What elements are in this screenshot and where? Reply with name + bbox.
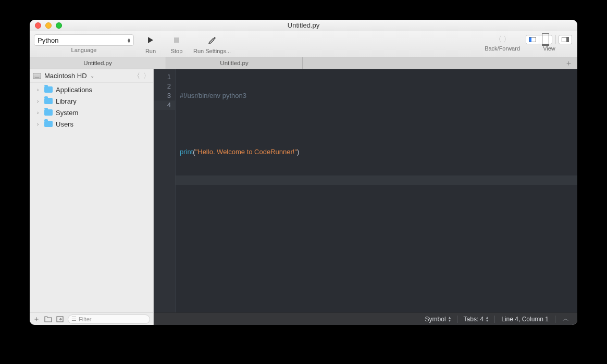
line-number: 1 bbox=[154, 72, 171, 82]
run-label: Run bbox=[145, 48, 156, 54]
code-area[interactable]: #!/usr/bin/env python3 print("Hello. Wel… bbox=[176, 69, 577, 312]
sidebar-nav: 〈 〉 bbox=[133, 71, 150, 81]
position-label: Line 4, Column 1 bbox=[501, 316, 549, 323]
close-icon[interactable] bbox=[35, 22, 41, 29]
language-label: Language bbox=[71, 47, 97, 53]
tab-untitled-active[interactable]: Untitled.py bbox=[30, 57, 166, 69]
cursor-position[interactable]: Line 4, Column 1 bbox=[495, 313, 555, 325]
tab-untitled-inactive[interactable]: Untitled.py bbox=[166, 57, 303, 69]
code-line: #!/usr/bin/env python3 bbox=[180, 92, 246, 99]
symbol-menu[interactable]: Symbol ▴▾ bbox=[419, 313, 457, 325]
caret-right-icon: › bbox=[37, 87, 42, 93]
expand-console-button[interactable]: ︿ bbox=[555, 313, 572, 325]
caret-right-icon: › bbox=[37, 121, 42, 127]
view-segmented bbox=[526, 35, 552, 44]
chevron-down-icon: ⌄ bbox=[90, 73, 94, 79]
toolbar: Python ▴▾ Language Run Stop Run Settings… bbox=[30, 31, 577, 57]
back-forward-label: Back/Forward bbox=[485, 45, 520, 52]
view-left-panel-button[interactable] bbox=[526, 35, 539, 44]
code-token-string: "Hello. Welcome to CodeRunner!" bbox=[195, 148, 297, 156]
language-select[interactable]: Python ▴▾ bbox=[34, 34, 134, 46]
tabs-label: Tabs: 4 bbox=[464, 316, 484, 323]
tree-item-library[interactable]: › Library bbox=[30, 95, 153, 107]
sidebar-back-button[interactable]: 〈 bbox=[133, 71, 140, 81]
tree-item-label: Library bbox=[56, 97, 77, 105]
line-number: 4 bbox=[154, 101, 175, 110]
symbol-label: Symbol bbox=[425, 316, 446, 323]
code-token-func: print bbox=[180, 148, 193, 156]
view-label: View bbox=[543, 45, 555, 52]
new-folder-button[interactable] bbox=[44, 316, 52, 322]
traffic-lights bbox=[35, 22, 62, 29]
line-number: 3 bbox=[154, 91, 171, 101]
tree-item-label: System bbox=[56, 109, 78, 117]
gutter: 1 2 3 4 bbox=[154, 69, 176, 312]
status-bar: Symbol ▴▾ Tabs: 4 ▴▾ Line 4, Column 1 ︿ bbox=[154, 312, 577, 325]
harddrive-icon bbox=[33, 73, 41, 79]
chevron-up-icon: ︿ bbox=[563, 315, 569, 323]
file-tree: › Applications › Library › System › bbox=[30, 83, 153, 312]
tree-item-applications[interactable]: › Applications bbox=[30, 84, 153, 95]
app-window: Untitled.py Python ▴▾ Language Run Stop bbox=[30, 20, 577, 325]
caret-right-icon: › bbox=[37, 110, 42, 116]
tab-label: Untitled.py bbox=[220, 60, 248, 66]
view-right-panel-button[interactable] bbox=[559, 35, 572, 44]
folder-icon bbox=[44, 109, 53, 116]
divider bbox=[555, 35, 556, 44]
add-button[interactable]: ＋ bbox=[33, 315, 40, 324]
folder-icon bbox=[44, 121, 53, 127]
language-selected-value: Python bbox=[38, 36, 58, 44]
code-editor[interactable]: 1 2 3 4 #!/usr/bin/env python3 print("He… bbox=[154, 69, 577, 312]
tree-item-label: Users bbox=[56, 120, 73, 128]
tab-bar: Untitled.py Untitled.py ＋ bbox=[30, 57, 577, 69]
sidebar-root-name: Macintosh HD bbox=[44, 72, 87, 80]
caret-right-icon: › bbox=[37, 98, 42, 104]
view-bottom-panel-button[interactable] bbox=[539, 35, 552, 44]
folder-icon bbox=[44, 98, 53, 104]
sidebar-path-header[interactable]: Macintosh HD ⌄ 〈 〉 bbox=[30, 69, 153, 83]
run-settings-label: Run Settings... bbox=[193, 48, 231, 54]
svg-rect-0 bbox=[174, 37, 179, 43]
run-button[interactable] bbox=[141, 33, 160, 47]
tree-item-users[interactable]: › Users bbox=[30, 118, 153, 130]
open-in-button[interactable] bbox=[56, 316, 64, 322]
updown-icon: ▴▾ bbox=[486, 316, 488, 322]
titlebar[interactable]: Untitled.py bbox=[30, 20, 577, 31]
sidebar-forward-button: 〉 bbox=[143, 71, 150, 81]
tab-label: Untitled.py bbox=[83, 60, 112, 66]
back-forward-group: 〈 〉 bbox=[494, 35, 511, 44]
sidebar-bottom-bar: ＋ ☰ Filter bbox=[30, 312, 154, 325]
window-title: Untitled.py bbox=[288, 21, 319, 29]
code-token-paren: ) bbox=[297, 148, 299, 156]
updown-icon: ▴▾ bbox=[449, 316, 451, 322]
minimize-icon[interactable] bbox=[45, 22, 52, 29]
tabs-menu[interactable]: Tabs: 4 ▴▾ bbox=[457, 313, 495, 325]
filter-placeholder: Filter bbox=[79, 316, 91, 322]
filter-icon: ☰ bbox=[71, 316, 77, 322]
stop-button bbox=[167, 33, 186, 47]
tree-item-label: Applications bbox=[56, 86, 92, 94]
select-arrows-icon: ▴▾ bbox=[128, 37, 130, 43]
back-button[interactable]: 〈 bbox=[494, 35, 502, 44]
tree-item-system[interactable]: › System bbox=[30, 107, 153, 118]
filter-input[interactable]: ☰ Filter bbox=[68, 315, 150, 324]
line-number: 2 bbox=[154, 82, 171, 91]
new-tab-button[interactable]: ＋ bbox=[563, 57, 574, 69]
folder-icon bbox=[44, 86, 53, 93]
run-settings-button[interactable] bbox=[203, 33, 221, 47]
file-browser-sidebar: Macintosh HD ⌄ 〈 〉 › Applications › Libr… bbox=[30, 69, 154, 312]
forward-button[interactable]: 〉 bbox=[503, 35, 511, 44]
zoom-icon[interactable] bbox=[56, 22, 62, 29]
stop-label: Stop bbox=[171, 48, 183, 54]
